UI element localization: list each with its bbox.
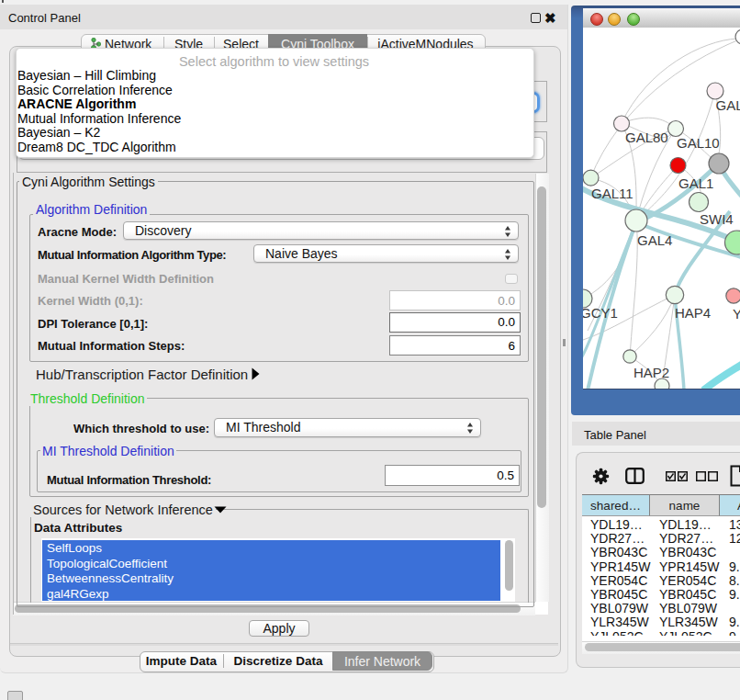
svg-text:Y: Y <box>733 306 740 322</box>
svg-text:GAL: GAL <box>716 97 740 113</box>
svg-text:HAP2: HAP2 <box>633 365 669 380</box>
svg-text:HAP4: HAP4 <box>675 305 711 321</box>
svg-text:GAL10: GAL10 <box>677 135 720 151</box>
svg-text:GAL11: GAL11 <box>591 186 633 201</box>
svg-text:GAL1: GAL1 <box>678 175 713 191</box>
svg-text:GAL80: GAL80 <box>625 130 668 145</box>
svg-text:GAL4: GAL4 <box>637 232 672 248</box>
svg-text:SWI4: SWI4 <box>700 211 734 227</box>
svg-text:GCY1: GCY1 <box>583 305 618 321</box>
